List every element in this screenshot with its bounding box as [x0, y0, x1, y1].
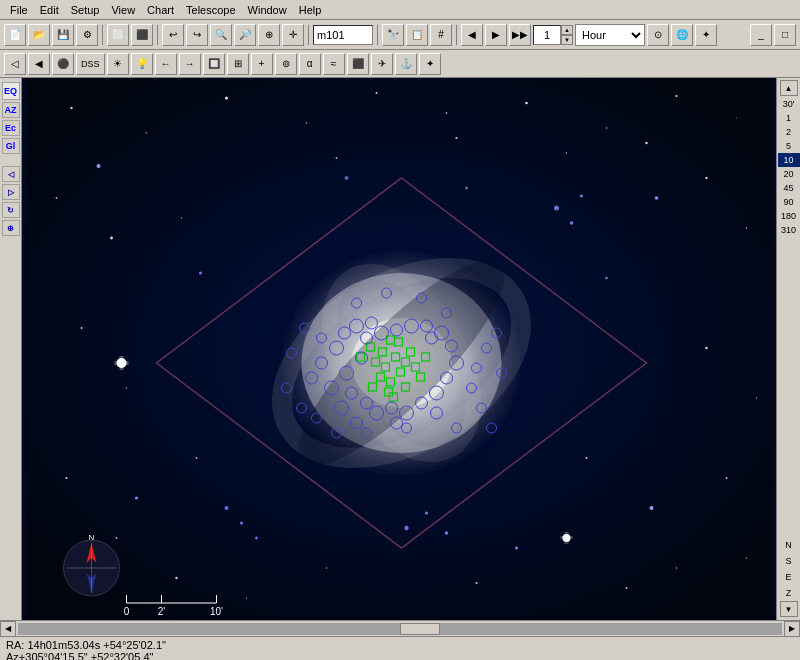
tb2-btn2[interactable]: ◀: [28, 53, 50, 75]
menu-edit[interactable]: Edit: [34, 2, 65, 18]
dss-button[interactable]: DSS: [76, 53, 105, 75]
svg-point-20: [65, 477, 67, 479]
svg-point-15: [746, 227, 748, 229]
menu-telescope[interactable]: Telescope: [180, 2, 242, 18]
sky-canvas-area[interactable]: N 0 2' 10': [22, 78, 776, 620]
zoom-180[interactable]: 180: [778, 209, 800, 223]
find-button[interactable]: 🔭: [382, 24, 404, 46]
zoom-20[interactable]: 20: [778, 167, 800, 181]
menu-setup[interactable]: Setup: [65, 2, 106, 18]
crosshair-button[interactable]: ✛: [282, 24, 304, 46]
zoom-out-button[interactable]: 🔎: [234, 24, 256, 46]
menu-window[interactable]: Window: [242, 2, 293, 18]
tb2-btn12[interactable]: ⊚: [275, 53, 297, 75]
tb2-btn14[interactable]: ≈: [323, 53, 345, 75]
minimize-button[interactable]: _: [750, 24, 772, 46]
settings-button[interactable]: ⚙: [76, 24, 98, 46]
zoom-45[interactable]: 45: [778, 181, 800, 195]
tb2-btn11[interactable]: +: [251, 53, 273, 75]
svg-point-44: [554, 206, 559, 211]
new-button[interactable]: 📄: [4, 24, 26, 46]
tb2-btn9[interactable]: 🔲: [203, 53, 225, 75]
menu-help[interactable]: Help: [293, 2, 328, 18]
zoom-in-button[interactable]: 🔍: [210, 24, 232, 46]
zoom-5[interactable]: 5: [778, 139, 800, 153]
tb2-btn1[interactable]: ◁: [4, 53, 26, 75]
svg-point-33: [650, 506, 654, 510]
tb2-btn10[interactable]: ⊞: [227, 53, 249, 75]
menu-bar: File Edit Setup View Chart Telescope Win…: [0, 0, 800, 20]
svg-point-40: [196, 457, 198, 459]
scroll-up-btn[interactable]: ▲: [780, 80, 798, 96]
dir-n[interactable]: N: [778, 537, 800, 553]
tb2-btn6[interactable]: 💡: [131, 53, 153, 75]
toolbar-1: 📄 📂 💾 ⚙ ⬜ ⬛ ↩ ↪ 🔍 🔎 ⊕ ✛ 🔭 📋 # ◀ ▶ ▶▶ ▲ ▼…: [0, 20, 800, 50]
zoom-1[interactable]: 1: [778, 111, 800, 125]
next-button[interactable]: ▶▶: [509, 24, 531, 46]
spin-up[interactable]: ▲: [561, 25, 573, 35]
menu-view[interactable]: View: [105, 2, 141, 18]
prev-button[interactable]: ◀: [461, 24, 483, 46]
sky-svg: N 0 2' 10': [22, 78, 776, 620]
time-unit-select[interactable]: Hour Second Minute Day Week Month Year: [575, 24, 645, 46]
tb2-btn15[interactable]: ⬛: [347, 53, 369, 75]
dir-z[interactable]: Z: [778, 585, 800, 601]
svg-point-7: [525, 102, 528, 105]
maximize-button[interactable]: □: [774, 24, 796, 46]
tb2-btn17[interactable]: ⚓: [395, 53, 417, 75]
tb2-btn3[interactable]: ⚫: [52, 53, 74, 75]
copy-button[interactable]: ⬜: [107, 24, 129, 46]
scroll-down-btn[interactable]: ▼: [780, 601, 798, 617]
undo-button[interactable]: ↩: [162, 24, 184, 46]
hscroll-thumb[interactable]: [400, 623, 440, 635]
save-button[interactable]: 💾: [52, 24, 74, 46]
tb2-btn5[interactable]: ☀: [107, 53, 129, 75]
svg-point-6: [446, 112, 448, 114]
hscroll-left[interactable]: ◀: [0, 621, 16, 637]
svg-point-11: [56, 197, 58, 199]
zoom-10[interactable]: 10: [778, 153, 800, 167]
sidebar-ec[interactable]: Ec: [2, 120, 20, 136]
svg-point-14: [705, 177, 707, 179]
hscroll-right[interactable]: ▶: [784, 621, 800, 637]
dir-s[interactable]: S: [778, 553, 800, 569]
menu-chart[interactable]: Chart: [141, 2, 180, 18]
svg-text:2': 2': [158, 606, 166, 617]
search-button[interactable]: ⊕: [258, 24, 280, 46]
sidebar-pan-left[interactable]: ◁: [2, 166, 20, 182]
grid-button[interactable]: #: [430, 24, 452, 46]
tb2-btn18[interactable]: ✦: [419, 53, 441, 75]
tb2-btn7[interactable]: ←: [155, 53, 177, 75]
redo-button[interactable]: ↪: [186, 24, 208, 46]
star-button[interactable]: ✦: [695, 24, 717, 46]
zoom-310[interactable]: 310: [778, 223, 800, 237]
paste-button[interactable]: ⬛: [131, 24, 153, 46]
sep1: [102, 25, 103, 45]
catalog-button[interactable]: 📋: [406, 24, 428, 46]
sidebar-eq[interactable]: EQ: [2, 82, 20, 100]
zoom-30[interactable]: 30': [778, 97, 800, 111]
target-input[interactable]: [313, 25, 373, 45]
tb2-btn16[interactable]: ✈: [371, 53, 393, 75]
spin-down[interactable]: ▼: [561, 35, 573, 45]
menu-file[interactable]: File: [4, 2, 34, 18]
sidebar-zoom[interactable]: ⊕: [2, 220, 20, 236]
svg-point-31: [605, 277, 608, 280]
open-button[interactable]: 📂: [28, 24, 50, 46]
tb2-btn8[interactable]: →: [179, 53, 201, 75]
dir-e[interactable]: E: [778, 569, 800, 585]
sidebar-az[interactable]: AZ: [2, 102, 20, 118]
zoom-2[interactable]: 2: [778, 125, 800, 139]
track-button[interactable]: ⊙: [647, 24, 669, 46]
world-button[interactable]: 🌐: [671, 24, 693, 46]
zoom-90[interactable]: 90: [778, 195, 800, 209]
sidebar-gl[interactable]: Gl: [2, 138, 20, 154]
tb2-btn13[interactable]: α: [299, 53, 321, 75]
svg-point-38: [566, 152, 568, 154]
time-value-input[interactable]: [533, 25, 561, 45]
svg-point-43: [475, 582, 477, 584]
play-button[interactable]: ▶: [485, 24, 507, 46]
sidebar-rotate[interactable]: ↻: [2, 202, 20, 218]
sidebar-pan-right[interactable]: ▷: [2, 184, 20, 200]
hscroll-track[interactable]: [18, 623, 782, 635]
